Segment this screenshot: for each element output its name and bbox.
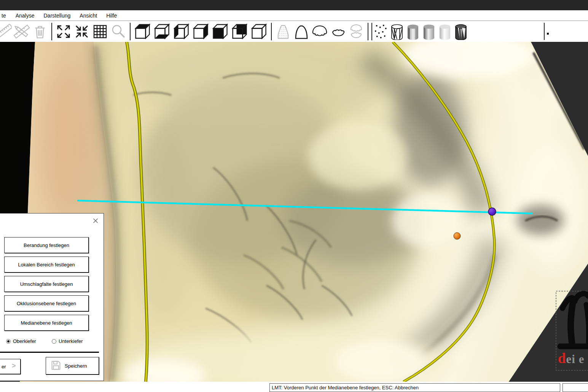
cube-bottom-icon[interactable]	[153, 23, 171, 40]
chevron-right-icon: >	[12, 362, 16, 370]
trash-icon	[31, 23, 49, 40]
ruler-icon	[0, 23, 12, 40]
render-wireframe-icon[interactable]	[389, 23, 405, 40]
expand-icon[interactable]	[55, 23, 72, 40]
radio-oberkiefer-circle[interactable]	[6, 339, 11, 344]
toolbar-separator	[130, 23, 131, 40]
cube-wire-icon[interactable]	[250, 23, 268, 40]
toolbar-separator	[51, 23, 52, 40]
magnifier-icon	[110, 23, 127, 40]
radio-unterkiefer-label: Unterkiefer	[59, 338, 83, 344]
panel-divider	[0, 352, 99, 353]
menubar: teAnalyseDarstellungAnsichtHilfe	[0, 10, 588, 21]
berandung-button[interactable]: Berandung festlegen	[4, 237, 89, 253]
render-smooth-light-icon[interactable]	[437, 23, 453, 40]
toolbar-separator	[368, 23, 368, 40]
medianebene-button[interactable]: Medianebene festlegen	[4, 315, 89, 331]
weiter-button[interactable]: er >	[0, 359, 21, 374]
menu-ansicht[interactable]: Ansicht	[75, 11, 102, 20]
speichern-button-label: Speichern	[65, 363, 87, 369]
window-titlebar	[0, 0, 588, 10]
grid-icon[interactable]	[91, 23, 109, 40]
modellanalyse-panel: Berandung festlegenLokalen Bereich festl…	[0, 213, 104, 381]
menu-darstellung[interactable]: Darstellung	[39, 11, 75, 20]
statusbar: LMT: Vorderen Punkt der Medianebene fest…	[0, 382, 588, 392]
floppy-disk-icon	[51, 360, 61, 372]
radio-unterkiefer-circle[interactable]	[52, 339, 56, 344]
collapse-icon[interactable]	[73, 23, 91, 40]
render-flat-icon[interactable]	[405, 23, 421, 40]
render-smooth-icon[interactable]	[421, 23, 437, 40]
toolbar-overflow-mark	[547, 33, 549, 35]
die-stippled-icon	[274, 23, 292, 40]
cube-top-icon[interactable]	[133, 23, 152, 40]
render-points-icon[interactable]	[373, 23, 389, 40]
menu-hilfe[interactable]: Hilfe	[102, 11, 121, 20]
logo-letter-red: d	[558, 351, 566, 366]
status-message: LMT: Vorderen Punkt der Medianebene fest…	[269, 383, 560, 392]
umschlagfalte-button[interactable]: Umschlagfalte festlegen	[4, 276, 89, 292]
lokaler-bereich-button[interactable]: Lokalen Bereich festlegen	[4, 257, 89, 272]
toolbar-separator	[371, 23, 372, 40]
toolbar-separator	[271, 23, 272, 40]
denture-upper-icon[interactable]	[311, 23, 328, 40]
denture-both-icon	[347, 23, 365, 40]
median-point-posterior[interactable]	[454, 233, 461, 239]
toolbar-separator	[544, 23, 545, 40]
cube-right-icon[interactable]	[191, 23, 210, 40]
radio-oberkiefer-label: Oberkiefer	[13, 338, 36, 344]
render-textured-icon[interactable]	[453, 23, 468, 40]
radio-unterkiefer[interactable]: Unterkiefer	[52, 338, 83, 344]
status-aux-box	[563, 383, 588, 392]
vendor-logo-text: dei e	[558, 350, 584, 367]
weiter-button-label: er	[2, 364, 6, 370]
toolbar	[0, 21, 588, 42]
median-point-anterior[interactable]	[488, 208, 496, 215]
pencil-ruler-icon	[13, 23, 30, 40]
menu-analyse[interactable]: Analyse	[11, 11, 39, 20]
speichern-button[interactable]: Speichern	[46, 357, 99, 374]
cube-front-icon[interactable]	[211, 23, 229, 40]
cube-back-icon[interactable]	[230, 23, 249, 40]
arch-icon[interactable]	[293, 23, 310, 40]
close-icon[interactable]	[92, 218, 99, 224]
menu-te[interactable]: te	[0, 11, 11, 20]
denture-lower-icon[interactable]	[329, 23, 347, 40]
radio-oberkiefer[interactable]: Oberkiefer	[6, 338, 36, 344]
cube-left-icon[interactable]	[172, 23, 191, 40]
logo-letters-gray: ei e	[566, 352, 585, 366]
okklusionsebene-button[interactable]: Okklusionsebene festlegen	[4, 295, 89, 311]
